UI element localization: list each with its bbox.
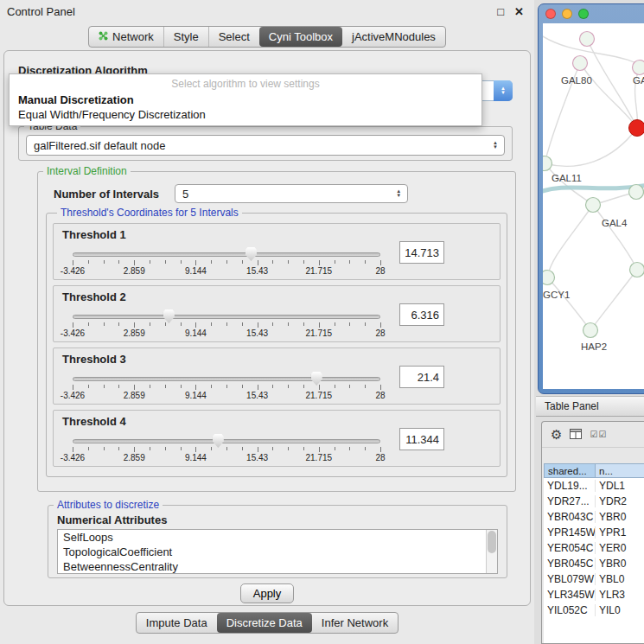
cell-shared-name: YIL052C	[544, 604, 596, 616]
gear-icon[interactable]: ⚙	[551, 427, 562, 443]
network-node-label: HAP2	[581, 341, 607, 352]
minimize-light-icon[interactable]	[562, 9, 572, 19]
close-light-icon[interactable]	[545, 9, 556, 19]
threshold-4-slider-track[interactable]	[73, 439, 380, 443]
threshold-1-value-field[interactable]: 14.713	[399, 241, 444, 264]
network-edge[interactable]	[593, 205, 637, 270]
network-node[interactable]	[583, 323, 598, 338]
threshold-3-slider-thumb[interactable]	[311, 372, 322, 386]
tab-select[interactable]: Select	[208, 27, 259, 47]
number-of-intervals-combobox[interactable]: 5 ▲ ▼	[175, 184, 408, 203]
tick-mark	[288, 322, 289, 326]
table-row[interactable]: YDR27...YDR2	[544, 494, 644, 509]
network-node[interactable]	[580, 32, 595, 47]
zoom-light-icon[interactable]	[578, 9, 589, 19]
tab-impute-data[interactable]: Impute Data	[137, 613, 217, 633]
tick-mark	[118, 322, 119, 326]
network-node-label: GAL4	[602, 218, 628, 228]
tick-mark	[134, 260, 135, 265]
network-node[interactable]	[543, 271, 555, 285]
table-row[interactable]: YBR043CYBR0	[544, 509, 644, 525]
tab-label: Style	[174, 30, 199, 43]
cell-shared-name: YDR27...	[544, 495, 596, 507]
cell-shared-name: YDL19...	[544, 480, 596, 492]
table-toolbar: ⚙ ☑☑	[542, 422, 644, 448]
threshold-4-value-field[interactable]: 11.344	[399, 428, 444, 450]
network-edge[interactable]	[545, 128, 637, 166]
table-row[interactable]: YIL052CYIL0	[544, 603, 644, 618]
tick-mark	[73, 385, 73, 390]
table-row[interactable]: YDL19...YDL1	[544, 478, 644, 494]
table-row[interactable]: YLR345WYLR3	[544, 587, 644, 603]
tick-mark	[272, 385, 273, 388]
network-edge[interactable]	[547, 205, 593, 277]
tick-mark	[319, 447, 320, 452]
algorithm-option-equal-width-frequency-discretization[interactable]: Equal Width/Frequency Discretization	[10, 107, 481, 122]
cell-name: YBL0	[596, 573, 644, 585]
network-node-selected-red[interactable]	[629, 120, 644, 137]
threshold-3-value-field[interactable]: 21.4	[399, 366, 444, 388]
table-row[interactable]: YBR045CYBR0	[544, 556, 644, 571]
tab-cyni-toolbox[interactable]: Cyni Toolbox	[259, 27, 342, 47]
threshold-1-slider-thumb[interactable]	[245, 247, 257, 261]
network-edge[interactable]	[545, 163, 593, 205]
attribute-item-selfloops[interactable]: SelfLoops	[58, 530, 497, 545]
combobox-stepper-icon[interactable]: ▲ ▼	[494, 80, 513, 101]
tab-jactivemnodules[interactable]: jActiveMNodules	[342, 27, 445, 47]
tick-mark	[226, 447, 227, 450]
column-header-name[interactable]: n...	[596, 463, 644, 478]
threshold-label: Threshold 2	[62, 290, 126, 303]
float-window-icon[interactable]: □	[497, 5, 504, 18]
algorithm-placeholder-option[interactable]: Select algorithm to view settings	[10, 76, 481, 92]
table-data-selected-value: galFiltered.sif default node	[34, 139, 165, 152]
network-node[interactable]	[586, 198, 601, 213]
network-edge[interactable]	[580, 63, 637, 128]
column-header-shared-name[interactable]: shared...	[544, 463, 596, 478]
attribute-item-topologicalcoefficient[interactable]: TopologicalCoefficient	[58, 545, 497, 559]
tab-network[interactable]: Network	[89, 27, 163, 47]
tick-mark	[88, 385, 89, 388]
apply-button[interactable]: Apply	[240, 583, 294, 603]
tick-mark	[195, 447, 196, 452]
network-node[interactable]	[573, 56, 588, 71]
tick-mark	[104, 385, 105, 388]
select-rows-icon[interactable]: ☑☑	[590, 430, 607, 439]
threshold-label: Threshold 1	[62, 228, 126, 241]
threshold-2-slider-thumb[interactable]	[163, 309, 175, 323]
tab-style[interactable]: Style	[163, 27, 208, 47]
tick-mark	[150, 260, 150, 264]
network-edge[interactable]	[547, 277, 590, 330]
threshold-2-slider-track[interactable]	[73, 315, 380, 319]
tab-discretize-data[interactable]: Discretize Data	[217, 613, 312, 633]
thresholds-group: Threshold's Coordinates for 5 Intervals …	[46, 207, 507, 477]
threshold-3-slider-track[interactable]	[73, 377, 380, 381]
attributes-group: Attributes to discretize Numerical Attri…	[48, 499, 507, 578]
network-node[interactable]	[543, 156, 552, 171]
tab-infer-network[interactable]: Infer Network	[312, 613, 398, 633]
network-node[interactable]	[630, 263, 644, 277]
cell-shared-name: YBR045C	[544, 558, 596, 570]
list-scrollbar[interactable]	[486, 530, 497, 573]
network-canvas[interactable]: GAL80GAGAL11GAL4GCY1HAP2	[543, 23, 644, 389]
network-edge[interactable]	[590, 270, 637, 330]
table-data-combobox[interactable]: galFiltered.sif default node ▲ ▼	[26, 135, 505, 156]
tick-mark	[303, 322, 304, 326]
slider-tick-labels: -3.4262.8599.14415.4321.71528	[73, 453, 380, 462]
attribute-item-betweennesscentrality[interactable]: BetweennessCentrality	[58, 559, 497, 574]
columns-icon[interactable]	[570, 427, 582, 443]
threshold-2-value-field[interactable]: 6.316	[399, 303, 444, 326]
tick-mark	[195, 322, 196, 328]
tick-mark	[165, 322, 166, 326]
network-node[interactable]	[633, 61, 644, 75]
table-row[interactable]: YBL079WYBL0	[544, 571, 644, 587]
network-node[interactable]	[629, 185, 644, 200]
algorithm-option-manual-discretization[interactable]: Manual Discretization	[10, 92, 481, 107]
tick-mark	[365, 322, 366, 326]
close-icon[interactable]: ✕	[514, 5, 524, 18]
tick-mark	[181, 385, 182, 388]
threshold-1-slider-track[interactable]	[73, 252, 380, 257]
table-row[interactable]: YER054CYER0	[544, 540, 644, 556]
threshold-4-slider-thumb[interactable]	[213, 434, 224, 448]
table-row[interactable]: YPR145WYPR1	[544, 525, 644, 540]
scrollbar-thumb[interactable]	[488, 531, 496, 553]
